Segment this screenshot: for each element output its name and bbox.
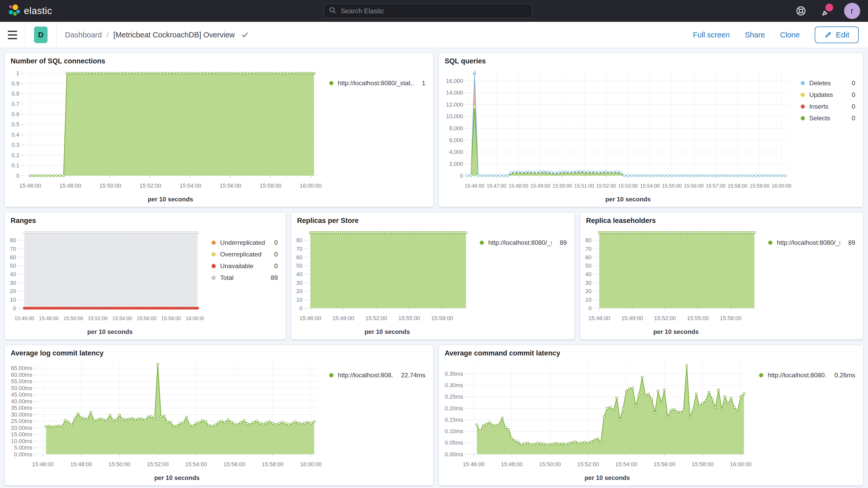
avatar-initial: r — [851, 6, 854, 16]
legend-label: Updates — [809, 91, 833, 98]
svg-text:16:00:00: 16:00:00 — [300, 461, 321, 467]
chart-legend: Underreplicated0Overreplicated0Unavailab… — [212, 239, 278, 281]
legend-color-dot — [329, 81, 334, 85]
svg-text:0.25ms: 0.25ms — [445, 394, 463, 400]
dashboard-list-chevron-icon[interactable] — [241, 31, 249, 39]
svg-text:10.00ms: 10.00ms — [11, 438, 32, 444]
chart-number-of-sql-connections[interactable]: 00.10.20.30.40.50.60.70.80.9115:46:0015:… — [7, 66, 321, 204]
svg-text:0.1: 0.1 — [12, 162, 20, 169]
svg-text:12,000: 12,000 — [446, 101, 463, 108]
breadcrumb-dashboard-link[interactable]: Dashboard — [65, 31, 102, 39]
panel-title: Replicas per Store — [297, 217, 359, 225]
legend-value: 22.74ms — [397, 372, 426, 379]
legend-item[interactable]: Updates0 — [801, 91, 855, 98]
svg-text:15:54:00: 15:54:00 — [185, 461, 207, 467]
legend-color-dot — [759, 373, 763, 377]
svg-text:16:00:00: 16:00:00 — [300, 183, 321, 189]
svg-text:15:46:00: 15:46:00 — [465, 183, 485, 189]
panel-title: Ranges — [11, 217, 36, 225]
svg-text:15:53:00: 15:53:00 — [618, 183, 638, 189]
svg-text:6,000: 6,000 — [449, 137, 463, 144]
legend-label: Inserts — [809, 103, 829, 110]
legend-item[interactable]: Selects0 — [801, 115, 855, 122]
svg-text:16:00:00: 16:00:00 — [186, 315, 204, 321]
panel-number-of-sql-connections: Number of SQL connections 00.10.20.30.40… — [5, 53, 433, 207]
svg-text:15:58:00: 15:58:00 — [431, 315, 453, 322]
chart-legend: Deletes0Updates0Inserts0Selects0 — [801, 80, 855, 122]
svg-text:20: 20 — [10, 288, 16, 295]
chart-replica-leaseholders[interactable]: 0102030405060708015:46:0015:49:0015:52:0… — [582, 226, 761, 337]
svg-text:0.5: 0.5 — [12, 121, 20, 128]
svg-text:0.05ms: 0.05ms — [445, 440, 463, 446]
svg-text:15:51:00: 15:51:00 — [574, 183, 594, 189]
svg-text:0: 0 — [460, 173, 463, 179]
svg-text:15:48:00: 15:48:00 — [70, 461, 92, 467]
legend-item[interactable]: Overreplicated0 — [212, 251, 278, 258]
legend-color-dot — [212, 252, 216, 256]
svg-text:15:50:00: 15:50:00 — [108, 461, 130, 467]
legend-label: Total — [220, 274, 234, 281]
legend-item[interactable]: Inserts0 — [801, 103, 855, 110]
share-button[interactable]: Share — [745, 31, 765, 39]
svg-text:0.35ms: 0.35ms — [445, 371, 463, 377]
legend-item[interactable]: Underreplicated0 — [212, 239, 278, 246]
chart-sql-queries[interactable]: 02,0004,0006,0008,00010,00012,00014,0001… — [441, 66, 793, 204]
svg-text:0: 0 — [588, 305, 591, 311]
menu-icon[interactable] — [0, 31, 25, 39]
legend-item[interactable]: http://localhost:8080...0.26ms — [759, 372, 855, 379]
chart-replicas-per-store[interactable]: 0102030405060708015:46:0015:49:0015:52:0… — [293, 226, 472, 337]
svg-text:0.30ms: 0.30ms — [445, 382, 463, 389]
legend-color-dot — [801, 104, 805, 109]
legend-value: 0.26ms — [831, 372, 855, 379]
top-header: elastic r — [0, 0, 868, 22]
legend-item[interactable]: http://localhost:808...22.74ms — [329, 372, 426, 379]
svg-text:15:46:00: 15:46:00 — [19, 183, 41, 189]
legend-item[interactable]: http://localhost:8080/_stat...1 — [329, 80, 426, 87]
chart-average-log-commit-latency[interactable]: 0.00ms5.00ms10.00ms15.00ms20.00ms25.00ms… — [7, 359, 321, 483]
svg-text:15:56:00: 15:56:00 — [220, 183, 241, 189]
legend-item[interactable]: Unavailable0 — [212, 263, 278, 270]
svg-text:15:52:00: 15:52:00 — [596, 183, 616, 189]
breadcrumb: Dashboard / [Metricbeat CockroachDB] Ove… — [65, 31, 249, 39]
svg-text:15:50:00: 15:50:00 — [553, 183, 572, 189]
news-feed-icon[interactable] — [820, 5, 831, 17]
panel-replicas-per-store: Replicas per Store 0102030405060708015:4… — [291, 212, 575, 340]
chart-svg: 0102030405060708015:46:0015:48:0015:50:0… — [7, 226, 204, 337]
legend-item[interactable]: Total89 — [212, 274, 278, 281]
help-icon[interactable] — [795, 5, 807, 17]
svg-text:15:56:00: 15:56:00 — [223, 461, 245, 467]
svg-text:0.7: 0.7 — [12, 101, 20, 107]
svg-text:70: 70 — [296, 246, 303, 252]
legend-value: 0 — [848, 80, 855, 87]
chart-legend: http://localhost:8080/_sta...89 — [768, 239, 855, 246]
panel-title: Average log commit latency — [11, 349, 104, 357]
clone-button[interactable]: Clone — [780, 31, 800, 39]
svg-text:15:58:00: 15:58:00 — [259, 183, 281, 189]
svg-text:0.3: 0.3 — [12, 142, 20, 148]
dashboard-grid: Number of SQL connections 00.10.20.30.40… — [0, 48, 868, 486]
svg-text:0: 0 — [17, 173, 20, 179]
chart-ranges[interactable]: 0102030405060708015:46:0015:48:0015:50:0… — [7, 226, 204, 337]
legend-label: Unavailable — [220, 263, 253, 270]
svg-text:2,000: 2,000 — [449, 161, 463, 167]
svg-text:per 10 seconds: per 10 seconds — [154, 474, 199, 481]
full-screen-button[interactable]: Full screen — [693, 31, 730, 39]
chart-average-command-commit-latency[interactable]: 0.00ms0.05ms0.10ms0.15ms0.20ms0.25ms0.30… — [441, 359, 751, 483]
svg-text:15:46:00: 15:46:00 — [299, 315, 321, 322]
search-input[interactable] — [340, 7, 527, 15]
edit-button[interactable]: Edit — [815, 27, 859, 43]
legend-item[interactable]: Deletes0 — [801, 80, 855, 87]
legend-value: 0 — [271, 239, 278, 246]
elastic-logo[interactable]: elastic — [8, 4, 52, 18]
legend-item[interactable]: http://localhost:8080/_sta...89 — [480, 239, 567, 246]
svg-text:0.20ms: 0.20ms — [445, 405, 463, 411]
svg-text:15:54:00: 15:54:00 — [112, 315, 132, 321]
global-search[interactable] — [324, 4, 532, 18]
legend-label: http://localhost:8080/_sta... — [488, 239, 552, 246]
legend-value: 1 — [418, 80, 426, 87]
legend-color-dot — [329, 373, 334, 377]
user-avatar[interactable]: r — [844, 3, 860, 19]
svg-text:per 10 seconds: per 10 seconds — [87, 328, 133, 335]
legend-item[interactable]: http://localhost:8080/_sta...89 — [768, 239, 855, 246]
svg-text:80: 80 — [10, 237, 16, 243]
